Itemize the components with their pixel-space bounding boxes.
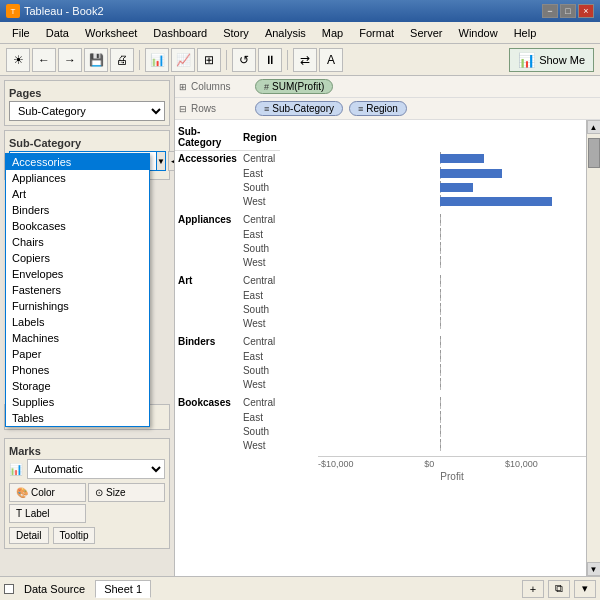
close-button[interactable]: × [578,4,594,18]
new-button[interactable]: ☀ [6,48,30,72]
size-button[interactable]: ⊙Size [88,483,165,502]
tooltip-button[interactable]: Tooltip [53,527,96,544]
menu-window[interactable]: Window [451,25,506,41]
dropdown-item-bookcases[interactable]: Bookcases [6,218,149,234]
table-row: South [175,241,586,255]
dropdown-item-chairs[interactable]: Chairs [6,234,149,250]
bar-cell [280,227,586,241]
sub-category-dropdown-list: Accessories Appliances Art Binders Bookc… [5,153,150,427]
marks-title: Marks [9,443,165,459]
dropdown-item-tables[interactable]: Tables [6,410,149,426]
region-label: South [240,302,280,316]
refresh-btn[interactable]: ↺ [232,48,256,72]
chart-btn-2[interactable]: 📈 [171,48,195,72]
dropdown-item-appliances[interactable]: Appliances [6,170,149,186]
axis-labels: -$10,000 $0 $10,000 $20,000 [318,457,586,469]
scroll-up-button[interactable]: ▲ [587,120,601,134]
cat-label [175,349,240,363]
datasource-checkbox[interactable] [4,584,14,594]
dropdown-item-furnishings[interactable]: Furnishings [6,298,149,314]
rows-sub-icon: ≡ [264,104,269,114]
region-label: Central [240,334,280,349]
dropdown-item-phones[interactable]: Phones [6,362,149,378]
columns-pill-text: SUM(Profit) [272,81,324,92]
dropdown-item-labels[interactable]: Labels [6,314,149,330]
add-sheet-button[interactable]: + [522,580,544,598]
dropdown-item-storage[interactable]: Storage [6,378,149,394]
nav-prev[interactable]: ◀ [168,151,175,171]
datasource-tab[interactable]: Data Source [18,581,91,597]
scroll-thumb[interactable] [588,138,600,168]
dropdown-item-paper[interactable]: Paper [6,346,149,362]
cat-label: Appliances [175,212,240,227]
chart-btn-3[interactable]: ⊞ [197,48,221,72]
toolbar: ☀ ← → 💾 🖨 📊 📈 ⊞ ↺ ⏸ ⇄ A 📊 Show Me [0,44,600,76]
back-button[interactable]: ← [32,48,56,72]
region-label: South [240,241,280,255]
dropdown-arrow[interactable]: ▼ [157,151,166,171]
menu-format[interactable]: Format [351,25,402,41]
region-label: East [240,227,280,241]
dropdown-item-copiers[interactable]: Copiers [6,250,149,266]
print-button[interactable]: 🖨 [110,48,134,72]
minimize-button[interactable]: − [542,4,558,18]
dropdown-item-fasteners[interactable]: Fasteners [6,282,149,298]
chart-inner[interactable]: Sub-Category Region AccessoriesCentralEa… [175,120,586,576]
pages-section: Pages Sub-Category [4,80,170,126]
color-button[interactable]: 🎨Color [9,483,86,502]
table-row: South [175,363,586,377]
dropdown-item-supplies[interactable]: Supplies [6,394,149,410]
cat-label [175,180,240,194]
pages-dropdown[interactable]: Sub-Category [9,101,165,121]
axis-label-neg10k: -$10,000 [318,459,354,469]
rows-icon: ⊟ [179,104,187,114]
menu-server[interactable]: Server [402,25,450,41]
dropdown-item-machines[interactable]: Machines [6,330,149,346]
chart-btn-1[interactable]: 📊 [145,48,169,72]
more-sheets-button[interactable]: ▾ [574,580,596,598]
rows-shelf: ⊟ Rows ≡ Sub-Category ≡ Region [175,98,600,120]
region-label: East [240,166,280,180]
swap-btn[interactable]: ⇄ [293,48,317,72]
cat-label [175,166,240,180]
menu-map[interactable]: Map [314,25,351,41]
detail-button[interactable]: Detail [9,527,49,544]
forward-button[interactable]: → [58,48,82,72]
menu-dashboard[interactable]: Dashboard [145,25,215,41]
rows-pill-subcategory-text: Sub-Category [272,103,334,114]
dropdown-item-accessories[interactable]: Accessories [6,154,149,170]
rows-pill-region[interactable]: ≡ Region [349,101,407,116]
bar-cell [280,166,586,180]
menu-file[interactable]: File [4,25,38,41]
menu-analysis[interactable]: Analysis [257,25,314,41]
scroll-down-button[interactable]: ▼ [587,562,601,576]
columns-pill[interactable]: # SUM(Profit) [255,79,333,94]
cat-label [175,363,240,377]
menu-worksheet[interactable]: Worksheet [77,25,145,41]
save-button[interactable]: 💾 [84,48,108,72]
dropdown-item-art[interactable]: Art [6,186,149,202]
cat-label: Accessories [175,151,240,167]
chart-table: Sub-Category Region AccessoriesCentralEa… [175,124,586,452]
sheet-tab[interactable]: Sheet 1 [95,580,151,598]
menu-help[interactable]: Help [506,25,545,41]
label-button[interactable]: TLabel [9,504,86,523]
rows-pill-subcategory[interactable]: ≡ Sub-Category [255,101,343,116]
dropdown-item-envelopes[interactable]: Envelopes [6,266,149,282]
marks-section: Marks 📊 Automatic 🎨Color ⊙Size TLabel De… [4,438,170,549]
menu-data[interactable]: Data [38,25,77,41]
dropdown-item-binders[interactable]: Binders [6,202,149,218]
pause-btn[interactable]: ⏸ [258,48,282,72]
bar [440,197,552,206]
maximize-button[interactable]: □ [560,4,576,18]
duplicate-sheet-button[interactable]: ⧉ [548,580,570,598]
show-me-button[interactable]: 📊 Show Me [509,48,594,72]
label-btn[interactable]: A [319,48,343,72]
table-row: BindersCentral [175,334,586,349]
table-row: West [175,377,586,391]
bar-cell [280,334,586,349]
axis-label-0: $0 [424,459,434,469]
cat-label [175,316,240,330]
menu-story[interactable]: Story [215,25,257,41]
marks-type-dropdown[interactable]: Automatic [27,459,165,479]
